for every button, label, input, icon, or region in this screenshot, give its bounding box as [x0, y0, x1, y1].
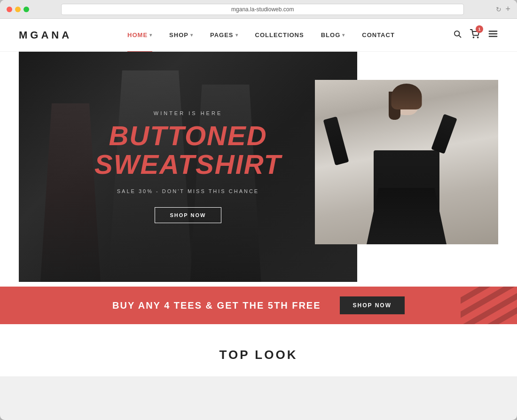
- dot-minimize[interactable]: [15, 7, 21, 12]
- chevron-down-icon: ▾: [342, 32, 345, 38]
- nav-item-pages[interactable]: PAGES ▾: [202, 19, 247, 52]
- search-icon[interactable]: [453, 30, 462, 40]
- hero-title: BUTTONED SWEATSHIRT: [94, 122, 282, 179]
- nav-item-home[interactable]: HOME ▾: [119, 19, 161, 52]
- svg-line-1: [459, 35, 461, 37]
- new-tab-icon[interactable]: +: [505, 4, 510, 14]
- hero-sale-text: SALE 30% - DON'T MISS THIS CHANCE: [117, 188, 259, 194]
- nav-item-collections[interactable]: COLLECTIONS: [247, 19, 313, 52]
- hero-shop-now-button[interactable]: SHOP NOW: [155, 207, 222, 223]
- promo-banner: BUY ANY 4 TEES & GET THE 5TH FREE SHOP N…: [0, 287, 517, 324]
- nav-item-blog[interactable]: BLOG ▾: [313, 19, 354, 52]
- promo-text: BUY ANY 4 TEES & GET THE 5TH FREE: [112, 300, 321, 311]
- svg-point-3: [478, 37, 478, 38]
- top-look-section: TOP LOOK: [0, 324, 517, 376]
- refresh-icon[interactable]: ↻: [496, 6, 501, 13]
- hero-main-image: WINTER IS HERE BUTTONED SWEATSHIRT SALE …: [19, 52, 357, 282]
- model-background: [315, 80, 498, 244]
- site-content: MGANA HOME ▾ SHOP ▾ PAGES ▾ COLLECTIONS: [0, 19, 517, 376]
- hero-text-block: WINTER IS HERE BUTTONED SWEATSHIRT SALE …: [19, 52, 357, 282]
- address-bar[interactable]: mgana.la-studioweb.com: [61, 4, 464, 15]
- hero-secondary-image: [315, 80, 498, 244]
- nav-item-contact[interactable]: CONTACT: [353, 19, 403, 52]
- model-skirt: [367, 188, 446, 244]
- promo-shop-now-button[interactable]: SHOP NOW: [340, 296, 405, 314]
- cart-icon[interactable]: 1: [470, 29, 479, 41]
- promo-stripes-decoration: [461, 287, 517, 324]
- section-title-top-look: TOP LOOK: [0, 348, 517, 362]
- site-nav: HOME ▾ SHOP ▾ PAGES ▾ COLLECTIONS BLOG ▾: [119, 19, 453, 52]
- chevron-down-icon: ▾: [190, 32, 193, 38]
- menu-icon[interactable]: [488, 29, 498, 41]
- site-header: MGANA HOME ▾ SHOP ▾ PAGES ▾ COLLECTIONS: [0, 19, 517, 52]
- site-logo[interactable]: MGANA: [19, 29, 72, 41]
- hero-section: WINTER IS HERE BUTTONED SWEATSHIRT SALE …: [0, 52, 517, 282]
- dot-close[interactable]: [7, 7, 12, 12]
- chevron-down-icon: ▾: [235, 32, 238, 38]
- nav-right-icons: 1: [453, 29, 498, 41]
- url-text: mgana.la-studioweb.com: [231, 6, 294, 13]
- nav-item-shop[interactable]: SHOP ▾: [161, 19, 202, 52]
- cart-badge: 1: [476, 25, 483, 33]
- hero-subtitle: WINTER IS HERE: [154, 110, 222, 116]
- browser-dots: [7, 7, 29, 12]
- browser-window: mgana.la-studioweb.com ↻ + MGANA HOME ▾ …: [0, 0, 517, 420]
- dot-maximize[interactable]: [24, 7, 29, 12]
- browser-titlebar: mgana.la-studioweb.com ↻ +: [0, 0, 517, 19]
- svg-point-2: [473, 37, 474, 38]
- chevron-down-icon: ▾: [149, 32, 152, 38]
